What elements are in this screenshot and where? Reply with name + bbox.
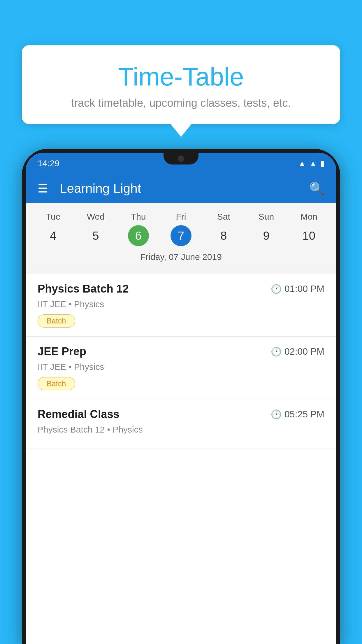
day-name: Wed (87, 212, 105, 222)
day-item[interactable]: Mon10 (294, 212, 324, 246)
day-name: Mon (301, 212, 317, 222)
status-time: 14:29 (38, 158, 59, 168)
days-row: Tue4Wed5Thu6Fri7Sat8Sun9Mon10 (26, 209, 336, 249)
wifi-icon: ▲ (298, 159, 306, 168)
clock-icon: 🕐 (271, 409, 282, 419)
day-name: Tue (46, 212, 61, 222)
battery-icon: ▮ (320, 159, 324, 168)
class-meta: Physics Batch 12 • Physics (38, 425, 324, 435)
day-name: Fri (176, 212, 186, 222)
phone-screen: 14:29 ▲ ▲ ▮ ☰ Learning Light 🔍 Tue4Wed5T… (26, 153, 336, 644)
batch-badge: Batch (38, 314, 75, 328)
time-text: 02:00 PM (284, 346, 324, 357)
status-bar: 14:29 ▲ ▲ ▮ (26, 153, 336, 174)
time-text: 01:00 PM (284, 284, 324, 294)
class-meta: IIT JEE • Physics (38, 299, 324, 309)
batch-badge: Batch (38, 377, 75, 390)
tooltip-title: Time-Table (39, 63, 323, 91)
status-icons: ▲ ▲ ▮ (298, 159, 324, 168)
day-name: Sat (217, 212, 230, 222)
class-item[interactable]: JEE Prep🕐02:00 PMIIT JEE • PhysicsBatch (26, 337, 336, 399)
camera-icon (178, 155, 184, 162)
day-item[interactable]: Thu6 (124, 212, 153, 246)
app-bar: ☰ Learning Light 🔍 (26, 174, 336, 203)
class-time: 🕐01:00 PM (271, 284, 324, 294)
day-number[interactable]: 5 (85, 225, 106, 246)
class-name: Physics Batch 12 (38, 283, 129, 295)
day-number[interactable]: 4 (43, 225, 64, 246)
class-header: JEE Prep🕐02:00 PM (38, 345, 324, 358)
class-item[interactable]: Physics Batch 12🕐01:00 PMIIT JEE • Physi… (26, 274, 336, 337)
clock-icon: 🕐 (271, 346, 282, 357)
day-number[interactable]: 8 (213, 225, 234, 246)
day-item[interactable]: Sun9 (252, 212, 281, 246)
class-time: 🕐02:00 PM (271, 346, 324, 357)
day-name: Sun (259, 212, 274, 222)
day-number[interactable]: 6 (128, 225, 149, 246)
app-bar-title: Learning Light (60, 181, 309, 196)
signal-icon: ▲ (309, 159, 317, 168)
selected-date-label: Friday, 07 June 2019 (26, 249, 336, 268)
day-item[interactable]: Fri7 (166, 212, 196, 246)
day-number[interactable]: 10 (298, 225, 319, 246)
day-number[interactable]: 9 (256, 225, 277, 246)
search-icon[interactable]: 🔍 (309, 181, 324, 196)
clock-icon: 🕐 (271, 284, 282, 294)
class-header: Remedial Class🕐05:25 PM (38, 408, 324, 421)
class-meta: IIT JEE • Physics (38, 362, 324, 372)
class-name: Remedial Class (38, 408, 120, 421)
class-item[interactable]: Remedial Class🕐05:25 PMPhysics Batch 12 … (26, 399, 336, 449)
time-text: 05:25 PM (284, 409, 324, 420)
class-name: JEE Prep (38, 345, 86, 358)
day-number[interactable]: 7 (171, 225, 191, 246)
day-item[interactable]: Sat8 (209, 212, 238, 246)
phone-frame: 14:29 ▲ ▲ ▮ ☰ Learning Light 🔍 Tue4Wed5T… (22, 149, 340, 644)
day-item[interactable]: Wed5 (81, 212, 110, 246)
tooltip-subtitle: track timetable, upcoming classes, tests… (39, 97, 323, 109)
hamburger-menu-icon[interactable]: ☰ (38, 182, 48, 195)
class-header: Physics Batch 12🕐01:00 PM (38, 283, 324, 295)
calendar-strip: Tue4Wed5Thu6Fri7Sat8Sun9Mon10 Friday, 07… (26, 203, 336, 274)
tooltip-card: Time-Table track timetable, upcoming cla… (22, 45, 340, 124)
day-item[interactable]: Tue4 (38, 212, 68, 246)
day-name: Thu (131, 212, 146, 222)
classes-list: Physics Batch 12🕐01:00 PMIIT JEE • Physi… (26, 274, 336, 644)
class-time: 🕐05:25 PM (271, 409, 324, 420)
notch (164, 153, 198, 164)
